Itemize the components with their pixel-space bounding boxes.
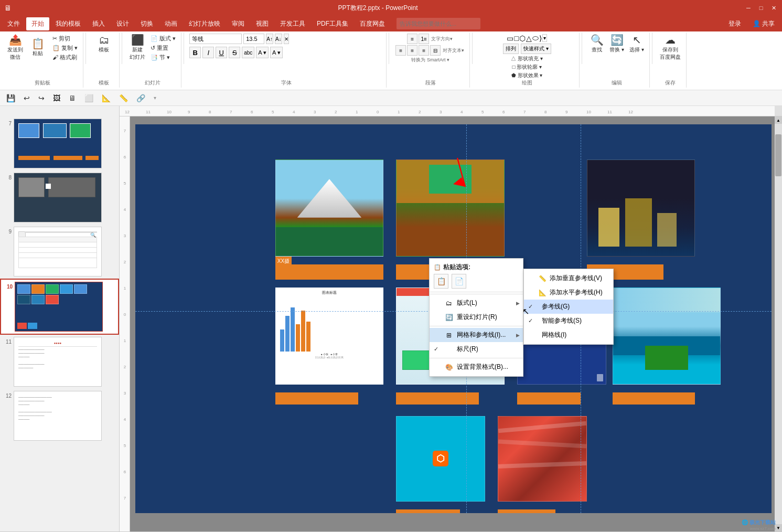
format-painter-button[interactable]: 🖌 格式刷 [50,53,80,62]
scrollbar-down[interactable]: ▼ [775,524,782,531]
sub-item-guides[interactable]: ✓ 参考线(G) [524,300,613,314]
ctx-item-ruler[interactable]: ✓ 标尺(R) [430,342,523,356]
scrollbar-vertical[interactable]: ▲ ▼ [775,116,782,531]
qa-save[interactable]: 💾 [4,93,17,103]
menu-review[interactable]: 审阅 [227,17,250,30]
slide-thumb-10[interactable]: 10 [0,279,119,335]
slide-item-fabric[interactable] [498,416,587,502]
close-button[interactable]: ✕ [769,4,778,12]
qa-undo[interactable]: ↩ [22,93,32,103]
slide-thumb-9[interactable]: 9 🔍 [0,225,119,279]
shape-btn-3[interactable]: ⬡ [519,34,526,42]
slide-thumb-11[interactable]: 11 ●●●● ────────────────────────────────… [0,335,119,389]
qa-redo[interactable]: ↪ [36,93,47,103]
send-wechat-button[interactable]: 📤 发送到微信 [5,34,25,62]
maximize-button[interactable]: □ [757,4,765,12]
sub-item-smart-guides[interactable]: ✓ 智能参考线(S) [524,314,613,328]
slide-item-city[interactable] [587,159,695,257]
slide-thumb-8[interactable]: 8 [0,171,119,225]
font-color-btn[interactable]: A ▾ [256,47,269,58]
replace-button[interactable]: 🔄 替换 ▾ [607,34,626,55]
sub-menu[interactable]: 📏 添加垂直参考线(V) 📐 添加水平参考线(H) ✓ 参考线(G) ✓ 智能参… [523,269,614,345]
slide-item-office[interactable]: ⬡ [396,416,485,502]
paste-option-2[interactable]: 📄 [452,274,466,289]
shadow-button[interactable]: abc [242,47,254,58]
cut-button[interactable]: ✂ 剪切 [50,34,80,43]
scrollbar-up[interactable]: ▲ [775,116,782,124]
qa-rect[interactable]: ⬜ [82,93,95,103]
menu-design[interactable]: 设计 [111,17,134,30]
qa-slide[interactable]: 🖥 [67,93,78,103]
ctx-item-bg[interactable]: 🎨 设置背景格式(B)... [430,360,523,374]
quick-styles[interactable]: 快速样式 ▾ [521,44,551,54]
font-size-dec[interactable]: A↓ [275,34,282,44]
menu-slideshow[interactable]: 幻灯片放映 [184,17,226,30]
sub-item-add-vertical[interactable]: 📏 添加垂直参考线(V) [524,271,613,285]
menu-transition[interactable]: 切换 [135,17,158,30]
qa-link[interactable]: 🔗 [134,93,147,103]
copy-button[interactable]: 📋 复制 ▾ [50,44,80,52]
underline-button[interactable]: U [216,47,227,58]
align-left[interactable]: ≡ [395,45,406,56]
italic-button[interactable]: I [202,47,214,58]
select-button[interactable]: ↖ 选择 ▾ [627,34,646,55]
menu-template[interactable]: 我的模板 [50,17,86,30]
menu-pdf[interactable]: PDF工具集 [312,17,353,30]
section-button[interactable]: 📑 节 ▾ [148,53,178,62]
slide-thumb-7[interactable]: 7 [0,116,119,171]
align-center[interactable]: ≡ [407,45,417,56]
slide-item-chart[interactable]: 图表标题 ● 小张 ● 小李 11次跑步 ●各次跑步距离 [275,288,383,385]
menu-developer[interactable]: 开发工具 [275,17,310,30]
font-name-input[interactable] [189,34,242,44]
context-menu[interactable]: 📋 粘贴选项: 📋 📄 🗂 版式(L) 🔄 重设幻灯片(R) [429,258,523,377]
slide-item-sea[interactable] [613,288,721,385]
new-slide-button[interactable]: ⬛ 新建幻灯片 [127,34,147,62]
reset-button[interactable]: ↺ 重置 [148,44,178,52]
font-size-input[interactable] [243,34,264,44]
menu-file[interactable]: 文件 [2,17,25,30]
shape-effect-btn[interactable]: ⬟ 形状效果 ▾ [511,72,543,79]
shape-btn-1[interactable]: ▭ [507,34,513,42]
menu-animation[interactable]: 动画 [159,17,183,30]
font-fill-btn[interactable]: A ▾ [270,47,283,58]
ctx-item-grid[interactable]: ⊞ 网格和参考线(I)... [430,328,523,342]
scrollbar-thumb[interactable] [775,134,781,176]
slide-panel[interactable]: 7 8 9 [0,116,120,531]
qa-ruler[interactable]: 📏 [117,93,130,103]
strikethrough-button[interactable]: S [229,47,240,58]
list-bullet[interactable]: ≡ [407,34,417,44]
paste-button[interactable]: 📋 粘贴 [26,37,49,58]
qa-img[interactable]: 🖼 [51,93,62,103]
layout-button[interactable]: 📄 版式 ▾ [148,34,178,43]
search-input[interactable] [397,18,480,29]
justify[interactable]: ⊟ [430,45,441,56]
save-baidu-button[interactable]: ☁ 保存到百度网盘 [658,34,683,62]
template-button[interactable]: 🗂 模板 [94,34,113,55]
shape-more[interactable]: ▾ [542,34,547,42]
qa-customize[interactable]: ▾ [154,95,156,101]
slide-item-mountain[interactable] [275,159,383,257]
arrange-button[interactable]: 排列 [503,44,519,54]
slide-thumb-12[interactable]: 12 ─────────────────────────────────────… [0,389,119,443]
shape-btn-2[interactable]: □ [514,34,518,42]
menu-home[interactable]: 开始 [26,17,49,30]
ctx-item-layout[interactable]: 🗂 版式(L) [430,296,523,310]
paste-option-1[interactable]: 📋 [434,274,448,289]
ctx-item-reset[interactable]: 🔄 重设幻灯片(R) [430,310,523,324]
align-right[interactable]: ≡ [419,45,429,56]
list-number[interactable]: 1≡ [419,34,429,44]
bold-button[interactable]: B [189,47,201,58]
menu-baidu[interactable]: 百度网盘 [355,17,390,30]
clear-format[interactable]: ✕ [284,34,289,44]
minimize-button[interactable]: ─ [744,4,753,12]
shape-btn-5[interactable]: ⬭ [532,34,539,42]
sub-item-gridlines[interactable]: 网格线(I) [524,328,613,342]
shape-outline-btn[interactable]: □ 形状轮廓 ▾ [512,63,542,71]
share-button[interactable]: 👤 共享 [747,17,780,30]
find-button[interactable]: 🔍 查找 [587,34,606,55]
menu-view[interactable]: 视图 [251,17,274,30]
sub-item-add-horizontal[interactable]: 📐 添加水平参考线(H) [524,285,613,300]
shape-btn-6[interactable]: ⟩ [539,34,542,42]
login-button[interactable]: 登录 [723,17,746,30]
canvas-area[interactable]: 7 6 5 4 3 2 1 0 1 2 3 4 5 6 7 [120,116,782,531]
